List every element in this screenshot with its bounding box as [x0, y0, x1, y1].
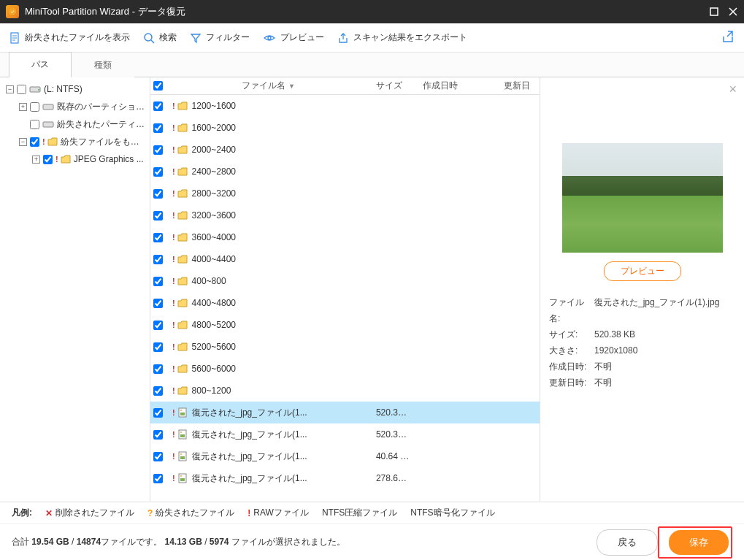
close-preview-icon[interactable]: × — [729, 82, 737, 97]
list-row[interactable]: !復元された_jpg_ファイル(1...520.38 KB — [150, 423, 540, 445]
row-checkbox-cell[interactable] — [150, 386, 166, 396]
list-row[interactable]: !復元された_jpg_ファイル(1...520.38 KB — [150, 402, 540, 423]
list-row[interactable]: !800~1200 — [150, 380, 540, 402]
expand-icon[interactable]: + — [19, 103, 27, 111]
row-checkbox[interactable] — [153, 452, 163, 461]
meta-size-value: 520.38 KB — [594, 326, 635, 342]
row-checkbox-cell[interactable] — [150, 189, 166, 199]
summary-prefix: 合計 — [12, 537, 31, 547]
tree-existing-partition[interactable]: + 既存のパーティション... — [0, 98, 150, 115]
preview-open-button[interactable]: プレビュー — [604, 261, 681, 281]
row-checkbox[interactable] — [153, 101, 163, 111]
tree-checkbox[interactable] — [43, 155, 53, 164]
header-checkbox-cell[interactable] — [150, 81, 166, 91]
export-icon — [337, 32, 349, 44]
row-checkbox-cell[interactable] — [150, 342, 166, 352]
tree-checkbox[interactable] — [30, 102, 39, 112]
tree-checkbox[interactable] — [30, 120, 39, 129]
search-button[interactable]: 検索 — [143, 31, 177, 44]
row-filename: 5200~5600 — [192, 342, 236, 352]
save-button[interactable]: 保存 — [669, 530, 729, 555]
tree-lost-files[interactable]: − ! 紛失ファイルをもっと... — [0, 133, 150, 150]
tab-type[interactable]: 種類 — [72, 53, 134, 77]
tab-path[interactable]: パス — [9, 52, 72, 77]
row-checkbox[interactable] — [153, 167, 163, 177]
row-checkbox[interactable] — [153, 474, 163, 483]
row-checkbox-cell[interactable] — [150, 167, 166, 177]
row-checkbox[interactable] — [153, 255, 163, 264]
row-checkbox[interactable] — [153, 364, 163, 374]
row-checkbox[interactable] — [153, 299, 163, 308]
expand-icon[interactable]: + — [32, 156, 40, 164]
row-checkbox-cell[interactable] — [150, 255, 166, 264]
row-checkbox-cell[interactable] — [150, 233, 166, 242]
back-button[interactable]: 戻る — [597, 529, 658, 556]
list-row[interactable]: !2400~2800 — [150, 161, 540, 183]
collapse-icon[interactable]: − — [6, 85, 14, 93]
tree-label: 紛失されたパーティシ... — [57, 118, 147, 131]
select-all-checkbox[interactable] — [153, 81, 163, 91]
list-row[interactable]: !復元された_jpg_ファイル(1...40.64 KB — [150, 445, 540, 467]
filter-button[interactable]: フィルター — [190, 31, 250, 44]
tree-checkbox[interactable] — [17, 85, 26, 94]
list-row[interactable]: !1200~1600 — [150, 95, 540, 117]
row-checkbox[interactable] — [153, 189, 163, 199]
row-checkbox-cell[interactable] — [150, 299, 166, 308]
tree-jpeg[interactable]: + ! JPEG Graphics ... — [0, 150, 150, 168]
list-row[interactable]: !400~800 — [150, 270, 540, 292]
row-checkbox[interactable] — [153, 123, 163, 133]
column-name[interactable]: ファイル名 ▼ — [166, 80, 370, 92]
list-row[interactable]: !1600~2000 — [150, 117, 540, 139]
export-button[interactable]: スキャン結果をエクスポート — [337, 31, 467, 44]
row-checkbox[interactable] — [153, 233, 163, 242]
list-body[interactable]: !1200~1600!1600~2000!2000~2400!2400~2800… — [150, 95, 540, 502]
legend-deleted-label: 削除されたファイル — [55, 507, 134, 519]
row-name-cell: !4000~4400 — [166, 254, 370, 264]
row-checkbox[interactable] — [153, 342, 163, 352]
tree-lost-partition[interactable]: 紛失されたパーティシ... — [0, 115, 150, 133]
row-checkbox[interactable] — [153, 430, 163, 440]
row-checkbox-cell[interactable] — [150, 430, 166, 440]
tree-root[interactable]: − (L: NTFS) — [0, 80, 150, 98]
list-row[interactable]: !4400~4800 — [150, 292, 540, 314]
svg-rect-12 — [43, 122, 53, 127]
list-row[interactable]: !復元された_jpg_ファイル(1...278.65 KB — [150, 467, 540, 489]
row-checkbox-cell[interactable] — [150, 211, 166, 220]
row-checkbox[interactable] — [153, 408, 163, 418]
row-checkbox[interactable] — [153, 211, 163, 220]
row-checkbox[interactable] — [153, 386, 163, 396]
row-checkbox-cell[interactable] — [150, 277, 166, 286]
list-row[interactable]: !2800~3200 — [150, 183, 540, 204]
list-row[interactable]: !4000~4400 — [150, 248, 540, 270]
row-checkbox-cell[interactable] — [150, 474, 166, 483]
row-checkbox-cell[interactable] — [150, 123, 166, 133]
show-lost-files-button[interactable]: 紛失されたファイルを表示 — [9, 31, 130, 44]
search-icon — [143, 32, 155, 44]
tree-checkbox[interactable] — [30, 137, 39, 147]
collapse-icon[interactable]: − — [19, 138, 27, 146]
column-created[interactable]: 作成日時 — [417, 80, 498, 92]
row-checkbox[interactable] — [153, 145, 163, 155]
column-modified[interactable]: 更新日 — [498, 80, 540, 92]
maximize-icon[interactable] — [709, 7, 719, 17]
list-row[interactable]: !3200~3600 — [150, 204, 540, 226]
column-size[interactable]: サイズ — [370, 80, 417, 92]
share-icon[interactable] — [722, 30, 735, 45]
row-checkbox-cell[interactable] — [150, 364, 166, 374]
row-checkbox-cell[interactable] — [150, 452, 166, 461]
row-checkbox-cell[interactable] — [150, 408, 166, 418]
row-checkbox-cell[interactable] — [150, 101, 166, 111]
list-row[interactable]: !4800~5200 — [150, 314, 540, 336]
row-checkbox[interactable] — [153, 321, 163, 330]
row-checkbox[interactable] — [153, 277, 163, 286]
row-checkbox-cell[interactable] — [150, 321, 166, 330]
preview-button[interactable]: プレビュー — [263, 31, 324, 44]
close-icon[interactable] — [728, 7, 738, 17]
row-size: 520.38 KB — [370, 429, 417, 440]
row-checkbox-cell[interactable] — [150, 145, 166, 155]
list-row[interactable]: !5200~5600 — [150, 336, 540, 358]
main-area: − (L: NTFS) + 既存のパーティション... 紛失されたパーティシ..… — [0, 77, 744, 502]
list-row[interactable]: !5600~6000 — [150, 358, 540, 380]
list-row[interactable]: !2000~2400 — [150, 139, 540, 161]
list-row[interactable]: !3600~4000 — [150, 226, 540, 248]
